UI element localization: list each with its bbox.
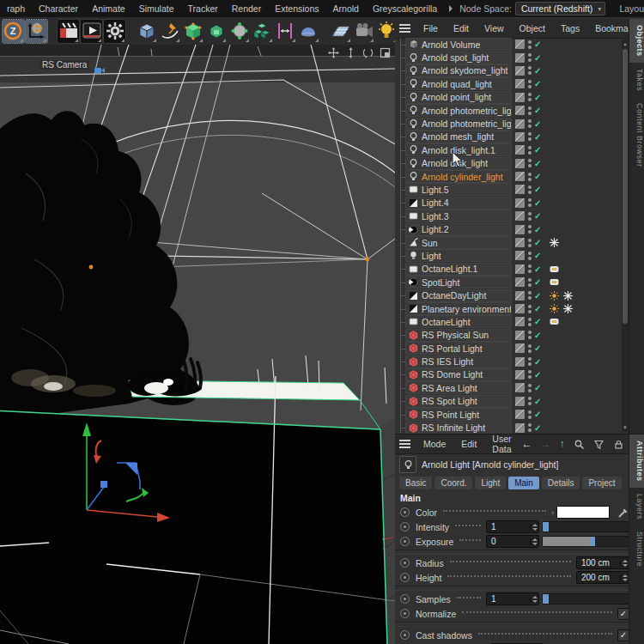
render-enabled-check[interactable]: ✓ (534, 39, 541, 49)
layer-chip[interactable] (515, 132, 525, 142)
render-view-button[interactable] (58, 20, 79, 43)
checkbox[interactable]: ✓ (617, 608, 629, 620)
om-menu-file[interactable]: File (416, 23, 446, 33)
object-name-cell[interactable]: Arnold skydome_light (405, 64, 512, 77)
object-row[interactable]: RS IES Light✓ (395, 355, 621, 368)
keyframe-dot-icon[interactable] (400, 630, 410, 640)
visibility-dots[interactable] (528, 159, 532, 167)
field-sphere-button[interactable] (298, 20, 319, 43)
object-name-cell[interactable]: RS Point Light (405, 408, 512, 421)
visibility-dots[interactable] (528, 66, 532, 75)
tab-layers[interactable]: Layers (629, 488, 644, 526)
zoom-view-icon[interactable] (345, 47, 356, 58)
object-row[interactable]: RS Physical Sun✓ (395, 329, 621, 342)
visibility-dots[interactable] (528, 397, 532, 405)
object-row[interactable]: Arnold cylinder_light✓ (395, 170, 621, 183)
object-name-cell[interactable]: Light.5 (405, 183, 512, 196)
object-row[interactable]: Light.3✓ (395, 210, 621, 222)
visibility-dots[interactable] (528, 106, 532, 115)
visibility-dots[interactable] (528, 185, 532, 194)
object-name-cell[interactable]: Light.3 (405, 210, 512, 222)
visibility-dots[interactable] (528, 173, 532, 181)
object-row[interactable]: RS Point Light✓ (395, 408, 621, 421)
workplane-floor-button[interactable] (330, 20, 351, 43)
render-enabled-check[interactable]: ✓ (534, 225, 541, 234)
value-slider[interactable] (542, 593, 629, 605)
render-enabled-check[interactable]: ✓ (534, 159, 541, 168)
object-row[interactable]: OctaneLight✓ (395, 315, 621, 328)
object-row[interactable]: RS Dome Light✓ (395, 368, 621, 381)
menu-raph[interactable]: raph (0, 3, 32, 14)
layer-chip[interactable] (515, 357, 525, 367)
object-row[interactable]: Arnold mesh_light✓ (395, 131, 621, 143)
menu-character[interactable]: Character (32, 3, 85, 14)
zbrush-button[interactable]: Z (3, 20, 24, 43)
render-enabled-check[interactable]: ✓ (534, 53, 541, 63)
rotate-view-icon[interactable] (362, 47, 374, 58)
spinner-arrows[interactable] (620, 560, 629, 567)
render-settings-button[interactable] (104, 20, 125, 43)
om-menu-view[interactable]: View (477, 23, 512, 33)
object-name-cell[interactable]: Arnold mesh_light (405, 131, 512, 143)
viewport-3d[interactable]: RS Camera (0, 45, 395, 644)
am-menu-mode[interactable]: Mode (416, 439, 453, 449)
scroll-down-icon[interactable]: ▼ (622, 424, 629, 431)
object-name-cell[interactable]: RS Physical Sun (405, 329, 512, 342)
object-name-cell[interactable]: Arnold Volume (405, 38, 512, 51)
visibility-dots[interactable] (528, 53, 532, 62)
render-enabled-check[interactable]: ✓ (534, 291, 541, 301)
expand-arrow-icon[interactable]: › (551, 508, 554, 517)
layer-chip[interactable] (515, 39, 525, 49)
am-menu-user-data[interactable]: User Data (484, 434, 519, 454)
render-enabled-check[interactable]: ✓ (534, 119, 541, 129)
keyframe-dot-icon[interactable] (400, 573, 410, 582)
arrow-up-icon[interactable]: ↑ (560, 438, 565, 450)
node-space-select[interactable]: Current (Redshift)▾ (515, 2, 605, 15)
object-name-cell[interactable]: Arnold quad_light (405, 77, 512, 90)
tab-takes[interactable]: Takes (629, 63, 644, 97)
visibility-dots[interactable] (528, 331, 532, 339)
layer-chip[interactable] (515, 264, 525, 274)
tab-project[interactable]: Project (582, 477, 621, 489)
render-enabled-check[interactable]: ✓ (534, 317, 541, 326)
search-icon[interactable] (574, 439, 585, 450)
render-enabled-check[interactable]: ✓ (534, 93, 541, 102)
layer-chip[interactable] (515, 410, 525, 419)
layer-chip[interactable] (515, 331, 525, 340)
render-enabled-check[interactable]: ✓ (534, 238, 541, 247)
layer-chip[interactable] (515, 66, 525, 76)
tab-attributes[interactable]: Attributes (629, 434, 644, 488)
layer-chip[interactable] (515, 185, 525, 194)
pan-view-icon[interactable] (328, 47, 339, 58)
object-name-cell[interactable]: SpotLight (405, 276, 512, 289)
object-row[interactable]: RS Area Light✓ (395, 381, 621, 394)
visibility-dots[interactable] (528, 212, 532, 221)
menu-render[interactable]: Render (225, 3, 268, 14)
camera-tool-button[interactable] (353, 20, 374, 43)
spinner-arrows[interactable] (530, 524, 538, 531)
object-row[interactable]: RS Infinite Light✓ (395, 421, 621, 434)
layer-chip[interactable] (515, 397, 525, 406)
object-row[interactable]: Sun✓ (395, 236, 621, 249)
menu-animate[interactable]: Animate (85, 3, 132, 14)
tag-display-tag-icon[interactable] (549, 264, 560, 275)
layer-chip[interactable] (515, 423, 525, 433)
tab-objects[interactable]: Objects (629, 19, 644, 63)
object-name-cell[interactable]: Arnold disk_light.1 (405, 143, 512, 156)
lock-icon[interactable] (613, 439, 624, 450)
extrude-object-button[interactable] (205, 20, 227, 43)
layer-chip[interactable] (515, 106, 525, 115)
tab-details[interactable]: Details (542, 477, 580, 489)
object-name-cell[interactable]: RS Area Light (405, 381, 512, 394)
object-name-cell[interactable]: OctaneDayLight (405, 289, 512, 302)
object-row[interactable]: Arnold photometric_light✓ (395, 117, 621, 130)
object-name-cell[interactable]: RS Dome Light (405, 368, 512, 381)
object-row[interactable]: Arnold spot_light✓ (395, 51, 621, 64)
object-row[interactable]: Arnold photometric_light.1✓ (395, 104, 621, 117)
render-enabled-check[interactable]: ✓ (534, 304, 541, 313)
object-name-cell[interactable]: Light (405, 249, 512, 262)
object-row[interactable]: Arnold Volume✓ (395, 38, 621, 51)
object-row[interactable]: Light✓ (395, 249, 621, 262)
render-enabled-check[interactable]: ✓ (534, 370, 541, 380)
value-input[interactable]: 1 (486, 520, 539, 533)
